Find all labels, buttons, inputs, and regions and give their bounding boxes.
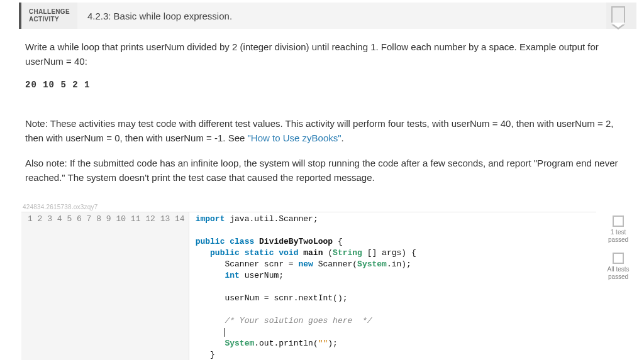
challenge-container: CHALLENGE ACTIVITY 4.2.3: Basic while lo…: [0, 3, 644, 360]
challenge-title: 4.2.3: Basic while loop expression.: [77, 3, 606, 29]
challenge-header: CHALLENGE ACTIVITY 4.2.3: Basic while lo…: [19, 3, 636, 29]
checkbox-icon: [613, 215, 624, 227]
text-cursor: [225, 328, 225, 337]
checkbox-icon: [613, 253, 624, 264]
watermark-text: 424834.2615738.ox3zqy7: [0, 195, 644, 212]
challenge-tag-line1: CHALLENGE: [29, 8, 70, 16]
example-output: 20 10 5 2 1: [25, 72, 625, 103]
status-all-tests-label: All testspassed: [602, 266, 634, 281]
note-1: Note: These activities may test code wit…: [25, 117, 625, 145]
code-area: 1 2 3 4 5 6 7 8 9 10 11 12 13 14 import …: [0, 212, 644, 360]
note-2: Also note: If the submitted code has an …: [25, 156, 625, 185]
line-gutter: 1 2 3 4 5 6 7 8 9 10 11 12 13 14: [21, 212, 189, 360]
howto-link[interactable]: "How to Use zyBooks": [248, 133, 341, 143]
prompt-content: Write a while loop that prints userNum d…: [0, 29, 644, 195]
status-column: 1 testpassed All testspassed: [596, 212, 636, 360]
status-one-test-label: 1 testpassed: [602, 229, 634, 244]
note-block: Note: These activities may test code wit…: [25, 117, 625, 185]
challenge-tag-line2: ACTIVITY: [29, 16, 70, 23]
bookmark-icon[interactable]: [611, 6, 625, 23]
code-block: 1 2 3 4 5 6 7 8 9 10 11 12 13 14 import …: [21, 212, 596, 360]
challenge-tag: CHALLENGE ACTIVITY: [21, 3, 77, 29]
code-editor[interactable]: import java.util.Scanner; public class D…: [189, 212, 596, 360]
status-one-test: 1 testpassed: [602, 215, 634, 244]
status-all-tests: All testspassed: [602, 253, 634, 281]
prompt-paragraph: Write a while loop that prints userNum d…: [25, 40, 625, 68]
